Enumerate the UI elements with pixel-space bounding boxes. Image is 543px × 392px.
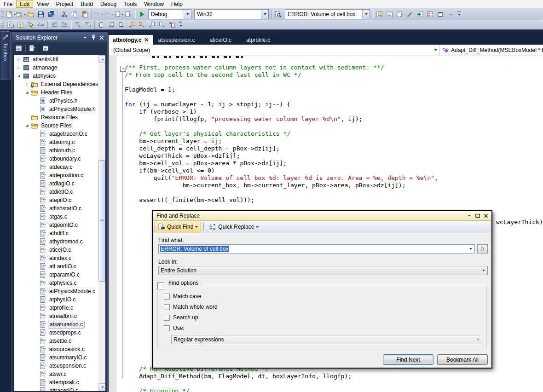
member-combo[interactable]: Adapt_Diff_Method(MSEBoxModel * br <box>440 45 543 56</box>
navigate-backward-button[interactable] <box>113 9 123 19</box>
scroll-down-arrow[interactable] <box>98 383 106 391</box>
tree-item[interactable]: C++atprofile.c <box>14 304 98 312</box>
dialog-title-bar[interactable]: Find and Replace <box>153 211 491 221</box>
menu-edit[interactable]: Edit <box>16 0 33 8</box>
tree-item[interactable]: C++atagetracerIO.c <box>14 130 98 138</box>
menu-file[interactable]: File <box>0 0 16 8</box>
copy-button[interactable] <box>69 9 80 19</box>
menu-build[interactable]: Build <box>77 0 97 8</box>
use-combo[interactable]: Regular expressions <box>171 335 482 344</box>
output-window-button[interactable] <box>415 9 425 19</box>
bookmark-all-button[interactable]: Bookmark All <box>437 354 488 365</box>
tree-item[interactable]: C++atindex.c <box>14 254 98 262</box>
tree-item[interactable]: C++atsettle.c <box>14 337 98 345</box>
look-in-combo[interactable]: Entire Solution <box>158 266 488 275</box>
add-new-item-button[interactable] <box>16 9 26 19</box>
toolbar-grip[interactable] <box>1 21 4 29</box>
solution-platform-combo[interactable]: Win32 <box>194 9 269 19</box>
other-windows-dropdown[interactable] <box>445 9 456 19</box>
decrease-indent-button[interactable] <box>49 20 59 30</box>
tree-item[interactable]: C++atdecay.c <box>14 163 98 171</box>
tree-item[interactable]: C++athdiff.c <box>14 229 98 237</box>
quick-replace-button[interactable]: AB Quick Replace <box>206 222 261 232</box>
tree-item[interactable]: C++atsourcesink.c <box>14 345 98 353</box>
checkbox-match-whole-word[interactable] <box>164 304 170 310</box>
toolbar-overflow-button[interactable] <box>457 11 461 17</box>
menu-project[interactable]: Project <box>52 0 77 8</box>
find-what-combo[interactable]: ERROR: Volume of cell box <box>158 244 475 254</box>
tree-expander-expanded[interactable] <box>16 73 22 79</box>
find-combo[interactable]: ERROR: Volume of cell box <box>285 9 370 19</box>
tree-item[interactable]: C++atfishstatIO.c <box>14 204 98 213</box>
navigate-forward-button[interactable] <box>123 9 133 19</box>
solution-configuration-combo[interactable]: Debug <box>148 9 191 19</box>
save-button[interactable] <box>36 9 46 19</box>
tree-item[interactable]: C++atgeomIO.c <box>14 221 98 229</box>
tree-item[interactable]: C++attempsalt.c <box>14 378 98 386</box>
menu-view[interactable]: View <box>33 0 52 8</box>
tree-item[interactable]: atphysics <box>14 72 98 80</box>
tree-item[interactable]: C++atboundary.c <box>14 155 98 163</box>
clear-bookmarks-button[interactable] <box>167 20 177 30</box>
tree-scrollbar[interactable] <box>98 55 105 391</box>
view-designer-button[interactable] <box>40 43 51 53</box>
tree-item[interactable]: C++atgas.c <box>14 213 98 221</box>
parameter-info-button[interactable] <box>16 20 26 30</box>
toggle-bookmark-button[interactable] <box>96 20 106 30</box>
increase-indent-button[interactable] <box>59 20 69 30</box>
start-debugging-button[interactable] <box>137 9 147 19</box>
new-item-button[interactable] <box>6 9 16 19</box>
uncomment-lines-button[interactable] <box>83 20 93 30</box>
find-options-collapse-button[interactable] <box>157 282 164 289</box>
object-browser-button[interactable] <box>395 9 405 19</box>
tree-item[interactable]: C++atbioirrig.c <box>14 138 98 146</box>
tree-item[interactable]: C++atswr.c <box>14 370 98 378</box>
tree-item[interactable]: Header Files <box>14 88 98 97</box>
checkbox-use[interactable] <box>164 325 170 331</box>
next-bookmark-document-button[interactable] <box>157 20 167 30</box>
tree-item[interactable]: C++atPhysicsModule.c <box>14 287 98 295</box>
word-completion-button[interactable]: A <box>36 20 46 30</box>
tree-item[interactable]: C++athydromod.c <box>14 237 98 246</box>
tree-item[interactable]: atmanage <box>14 63 98 72</box>
menu-window[interactable]: Window <box>140 0 168 8</box>
tree-item[interactable]: C++atphysIO.c <box>14 295 98 304</box>
tree-item[interactable]: C++atbioturb.c <box>14 146 98 155</box>
tree-item[interactable]: C++atsedprops.c <box>14 329 98 337</box>
tree-item[interactable]: C++aticeIO.c <box>14 246 98 254</box>
tab-aticeIO-c[interactable]: aticeIO.c <box>206 35 236 45</box>
toolbar-overflow-button[interactable] <box>179 22 182 28</box>
tree-item[interactable]: C++attracerIO.c <box>14 386 98 391</box>
window-position-menu-icon[interactable] <box>81 34 89 41</box>
previous-bookmark-button[interactable] <box>106 20 116 30</box>
close-tab-icon[interactable] <box>144 38 149 42</box>
paste-button[interactable] <box>80 9 90 19</box>
tab-atbiology-c[interactable]: atbiology.c <box>109 35 153 45</box>
tree-item[interactable]: C++atreadbm.c <box>14 312 98 320</box>
checkbox-search-up[interactable] <box>164 315 170 321</box>
tree-item[interactable]: C++atdiagIO.c <box>14 179 98 188</box>
find-next-button[interactable]: Find Next <box>383 354 433 365</box>
previous-bookmark-folder-button[interactable] <box>127 20 137 30</box>
tree-item[interactable]: C++atLandIO.c <box>14 262 98 271</box>
tree-item[interactable]: C++atparamIO.c <box>14 271 98 279</box>
tree-item[interactable]: C++atsaturation.c <box>14 320 98 329</box>
tree-item[interactable]: C++atepiIO.c <box>14 196 98 204</box>
redo-button[interactable] <box>103 9 113 19</box>
checkbox-match-case[interactable] <box>164 294 170 300</box>
dialog-float-icon[interactable] <box>474 213 481 219</box>
menu-debug[interactable]: Debug <box>97 0 120 8</box>
quick-info-button[interactable] <box>26 20 36 30</box>
auto-hide-pin-icon[interactable] <box>90 34 97 41</box>
tree-item[interactable]: Source Files <box>14 121 98 130</box>
previous-bookmark-document-button[interactable] <box>147 20 157 30</box>
other-windows-button[interactable] <box>435 9 445 19</box>
properties-window-button[interactable] <box>385 9 395 19</box>
tree-item[interactable]: hatPhysicsModule.h <box>14 105 98 113</box>
tree-item[interactable]: External Dependencies <box>14 80 98 88</box>
chevron-down-icon[interactable] <box>467 247 474 251</box>
scope-combo[interactable]: (Global Scope) <box>109 45 440 56</box>
save-all-button[interactable] <box>46 9 56 19</box>
member-list-button[interactable] <box>6 20 16 30</box>
tree-item[interactable]: hatPhysics.h <box>14 97 98 105</box>
